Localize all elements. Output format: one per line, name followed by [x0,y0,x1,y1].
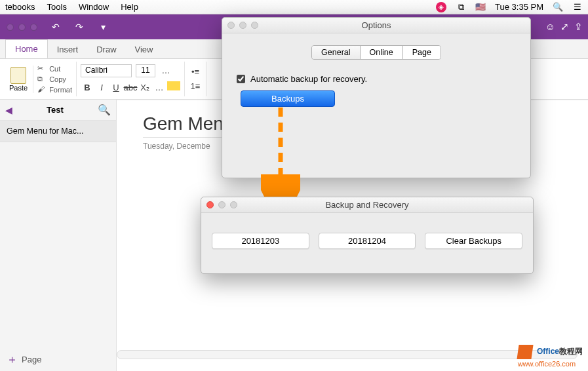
watermark-logo-icon [517,345,533,359]
bullets-button[interactable]: •≡ [189,66,202,79]
highlight-button[interactable] [167,81,180,90]
menu-notebooks[interactable]: tebooks [5,2,35,12]
options-tabs: General Online Page [311,45,441,60]
auto-backup-checkbox-row[interactable]: Automatic backup for recovery. [237,74,516,84]
page-nav-panel: ◀ Test 🔍 Gem Menu for Mac... ＋ Page [0,100,117,371]
gem-menubar-icon[interactable]: ◈ [436,2,446,12]
horizontal-scrollbar[interactable] [117,350,578,359]
underline-button[interactable]: U [109,81,123,94]
options-tab-page[interactable]: Page [403,46,441,59]
backup-date-button-1[interactable]: 20181203 [212,233,309,249]
add-page-button[interactable]: ＋ Page [7,352,41,367]
menu-help[interactable]: Help [121,2,138,12]
window-minimize-icon[interactable] [18,24,26,31]
strike-button[interactable]: abc [124,81,137,94]
menubar-clock[interactable]: Tue 3:35 PM [495,2,543,12]
backup-dialog-title: Backup and Recovery [201,200,533,210]
share-icon[interactable]: ⇪ [574,21,583,33]
clear-backups-button[interactable]: Clear Backups [425,233,522,249]
auto-backup-label: Automatic backup for recovery. [250,74,367,84]
options-tab-online[interactable]: Online [361,46,403,59]
copy-button[interactable]: ⧉Copy [37,75,72,84]
bold-button[interactable]: B [81,81,94,94]
numbering-button[interactable]: 1≡ [189,80,202,93]
more-format-icon[interactable]: … [153,81,166,94]
section-title: Test [12,105,98,115]
more-font-icon[interactable]: … [159,64,172,77]
backup-recovery-dialog: Backup and Recovery 20181203 20181204 Cl… [201,197,534,274]
qat-customize-icon[interactable]: ▾ [94,19,112,35]
options-tab-general[interactable]: General [312,46,360,59]
tab-view[interactable]: View [126,41,163,58]
copy-icon: ⧉ [37,75,47,84]
options-dialog: Options General Online Page Automatic ba… [222,17,531,178]
tab-insert[interactable]: Insert [48,41,88,58]
nav-back-icon[interactable]: ◀ [5,105,12,115]
cut-button[interactable]: ✂Cut [37,64,72,73]
menu-tools[interactable]: Tools [47,2,67,12]
scissors-icon: ✂ [37,64,47,73]
undo-button[interactable]: ↶ [47,19,65,35]
fullscreen-icon[interactable]: ⤢ [560,21,569,33]
window-close-icon[interactable] [7,24,14,31]
displays-icon[interactable]: ⧉ [456,2,466,12]
notification-center-icon[interactable]: ☰ [572,2,583,12]
mac-menubar: tebooks Tools Window Help ◈ ⧉ 🇺🇸 Tue 3:3… [0,0,588,14]
spotlight-icon[interactable]: 🔍 [553,2,563,12]
tab-draw[interactable]: Draw [87,41,125,58]
plus-icon: ＋ [7,352,18,367]
paste-label: Paste [9,84,28,92]
menu-window[interactable]: Window [79,2,109,12]
backups-button[interactable]: Backups [241,90,335,107]
auto-backup-checkbox[interactable] [237,75,245,83]
backup-date-button-2[interactable]: 20181204 [319,233,416,249]
font-size-select[interactable]: 11 [136,64,155,77]
nav-search-icon[interactable]: 🔍 [98,104,111,116]
options-dialog-title: Options [222,20,530,30]
italic-button[interactable]: I [95,81,108,94]
title-underline [143,137,235,138]
format-painter-button[interactable]: 🖌Format [37,85,72,94]
page-list-item[interactable]: Gem Menu for Mac... [0,121,116,142]
paste-button[interactable]: Paste [4,66,33,93]
brush-icon: 🖌 [37,85,47,94]
watermark: Office教程网 www.office26.com [518,345,583,368]
window-zoom-icon[interactable] [30,24,37,31]
font-family-select[interactable]: Calibri [81,64,132,77]
subscript-button[interactable]: X₂ [138,81,151,94]
input-flag-icon[interactable]: 🇺🇸 [475,2,486,12]
redo-button[interactable]: ↷ [70,19,88,35]
tab-home[interactable]: Home [5,39,48,58]
clipboard-icon [10,67,26,84]
feedback-icon[interactable]: ☺ [545,21,555,33]
